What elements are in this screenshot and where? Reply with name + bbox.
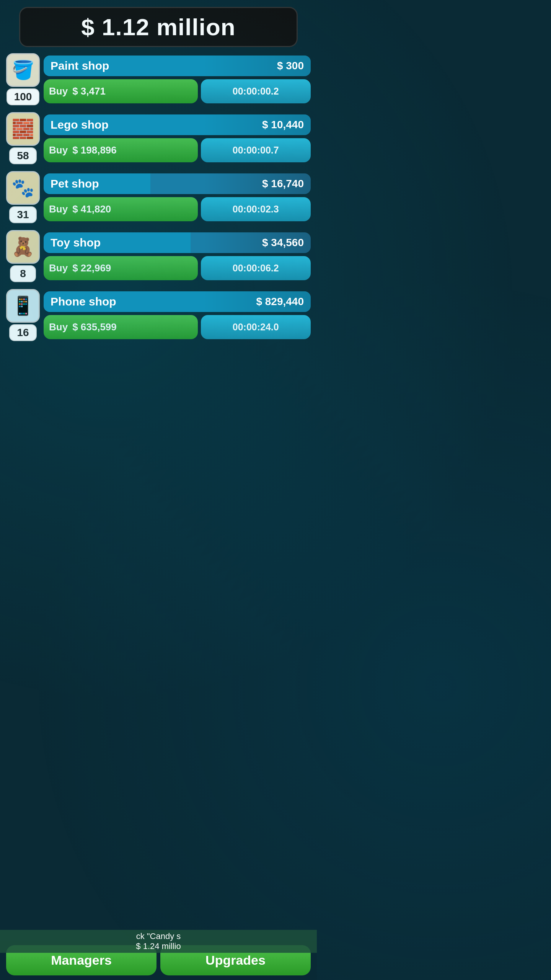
buy-price-toy: $ 22,969 <box>72 262 111 274</box>
timer-button-paint[interactable]: 00:00:00.2 <box>201 79 311 103</box>
buy-label-toy: Buy <box>49 262 68 274</box>
shop-block-pet: 🐾 31 Pet shop $ 16,740 Buy $ 41,820 00:0… <box>6 171 311 223</box>
shop-count-toy: 8 <box>10 265 36 282</box>
shop-actions-phone: Buy $ 635,599 00:00:24.0 <box>44 315 311 339</box>
shop-actions-lego: Buy $ 198,896 00:00:00.7 <box>44 138 311 162</box>
shop-top-row-phone: 📱 16 Phone shop $ 829,440 Buy $ 635,599 … <box>6 289 311 341</box>
shop-icon-wrapper-toy: 🧸 8 <box>6 230 40 282</box>
shop-block-lego: 🧱 58 Lego shop $ 10,440 Buy $ 198,896 00… <box>6 112 311 164</box>
shop-block-phone: 📱 16 Phone shop $ 829,440 Buy $ 635,599 … <box>6 289 311 341</box>
shop-icon-lego: 🧱 <box>6 112 40 146</box>
shop-name-lego: Lego shop <box>51 118 109 131</box>
shop-top-row-toy: 🧸 8 Toy shop $ 34,560 Buy $ 22,969 00:00… <box>6 230 311 282</box>
shop-icon-pet: 🐾 <box>6 171 40 205</box>
shop-top-row-pet: 🐾 31 Pet shop $ 16,740 Buy $ 41,820 00:0… <box>6 171 311 223</box>
buy-button-lego[interactable]: Buy $ 198,896 <box>44 138 198 162</box>
shop-count-paint: 100 <box>7 88 40 105</box>
buy-price-lego: $ 198,896 <box>72 144 117 156</box>
shop-name-pet: Pet shop <box>51 177 99 190</box>
shop-icon-wrapper-pet: 🐾 31 <box>6 171 40 223</box>
shop-actions-pet: Buy $ 41,820 00:00:02.3 <box>44 197 311 221</box>
buy-button-toy[interactable]: Buy $ 22,969 <box>44 256 198 280</box>
shop-earnings-pet: $ 16,740 <box>262 178 304 190</box>
buy-button-pet[interactable]: Buy $ 41,820 <box>44 197 198 221</box>
shop-name-bar-toy: Toy shop $ 34,560 <box>44 232 311 253</box>
shop-earnings-paint: $ 300 <box>277 60 304 72</box>
shop-name-paint: Paint shop <box>51 59 109 72</box>
buy-button-phone[interactable]: Buy $ 635,599 <box>44 315 198 339</box>
shop-name-phone: Phone shop <box>51 295 116 308</box>
shop-icon-paint: 🪣 <box>6 53 40 87</box>
shop-icon-wrapper-lego: 🧱 58 <box>6 112 40 164</box>
shop-info-col-pet: Pet shop $ 16,740 Buy $ 41,820 00:00:02.… <box>44 173 311 221</box>
shop-actions-paint: Buy $ 3,471 00:00:00.2 <box>44 79 311 103</box>
shop-count-lego: 58 <box>9 147 36 164</box>
shop-earnings-toy: $ 34,560 <box>262 237 304 249</box>
buy-label-lego: Buy <box>49 144 68 156</box>
shop-actions-toy: Buy $ 22,969 00:00:06.2 <box>44 256 311 280</box>
shop-name-bar-paint: Paint shop $ 300 <box>44 56 311 76</box>
shop-top-row-lego: 🧱 58 Lego shop $ 10,440 Buy $ 198,896 00… <box>6 112 311 164</box>
shop-icon-wrapper-paint: 🪣 100 <box>6 53 40 105</box>
shop-icon-wrapper-phone: 📱 16 <box>6 289 40 341</box>
buy-label-pet: Buy <box>49 203 68 215</box>
shop-name-bar-lego: Lego shop $ 10,440 <box>44 114 311 135</box>
shop-icon-phone: 📱 <box>6 289 40 323</box>
shop-info-col-lego: Lego shop $ 10,440 Buy $ 198,896 00:00:0… <box>44 114 311 162</box>
timer-button-pet[interactable]: 00:00:02.3 <box>201 197 311 221</box>
money-display: $ 1.12 million <box>19 7 298 47</box>
shop-top-row-paint: 🪣 100 Paint shop $ 300 Buy $ 3,471 00:00… <box>6 53 311 105</box>
shop-earnings-lego: $ 10,440 <box>262 119 304 131</box>
shop-name-bar-phone: Phone shop $ 829,440 <box>44 291 311 312</box>
shop-info-col-paint: Paint shop $ 300 Buy $ 3,471 00:00:00.2 <box>44 56 311 103</box>
shop-info-col-phone: Phone shop $ 829,440 Buy $ 635,599 00:00… <box>44 291 311 339</box>
buy-label-paint: Buy <box>49 85 68 97</box>
shop-name-toy: Toy shop <box>51 236 101 249</box>
shop-count-pet: 31 <box>9 206 36 223</box>
buy-label-phone: Buy <box>49 321 68 333</box>
buy-price-pet: $ 41,820 <box>72 203 111 215</box>
buy-price-phone: $ 635,599 <box>72 321 117 333</box>
timer-button-phone[interactable]: 00:00:24.0 <box>201 315 311 339</box>
shop-count-phone: 16 <box>9 324 36 341</box>
shop-earnings-phone: $ 829,440 <box>256 296 304 308</box>
timer-button-toy[interactable]: 00:00:06.2 <box>201 256 311 280</box>
shop-block-toy: 🧸 8 Toy shop $ 34,560 Buy $ 22,969 00:00… <box>6 230 311 282</box>
shop-name-bar-pet: Pet shop $ 16,740 <box>44 173 311 194</box>
buy-price-paint: $ 3,471 <box>72 85 106 97</box>
money-amount: $ 1.12 million <box>81 14 235 40</box>
buy-button-paint[interactable]: Buy $ 3,471 <box>44 79 198 103</box>
timer-button-lego[interactable]: 00:00:00.7 <box>201 138 311 162</box>
shops-list: 🪣 100 Paint shop $ 300 Buy $ 3,471 00:00… <box>0 53 317 341</box>
shop-block-paint: 🪣 100 Paint shop $ 300 Buy $ 3,471 00:00… <box>6 53 311 105</box>
shop-info-col-toy: Toy shop $ 34,560 Buy $ 22,969 00:00:06.… <box>44 232 311 280</box>
shop-icon-toy: 🧸 <box>6 230 40 264</box>
